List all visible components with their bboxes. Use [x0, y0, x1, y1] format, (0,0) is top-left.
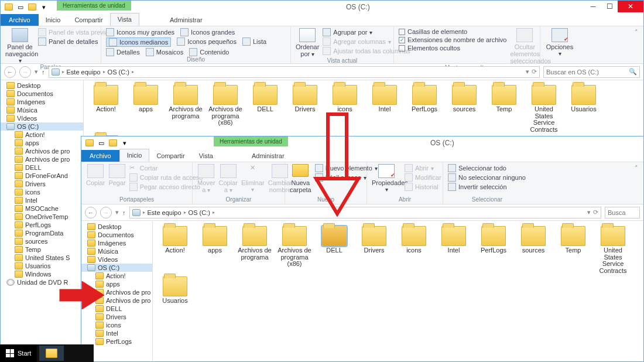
invert-selection-button[interactable]: Invertir selección [448, 183, 526, 191]
tree-node[interactable]: DELL [81, 305, 152, 313]
maximize-button[interactable]: ☐ [601, 1, 618, 12]
file-ext-toggle[interactable]: ✓Extensiones de nombre de archivo [399, 36, 506, 43]
tree-node[interactable]: Drivers [1, 180, 83, 188]
hidden-items-toggle[interactable]: Elementos ocultos [399, 45, 506, 52]
search-box[interactable]: 🔍 [543, 66, 640, 78]
folder-item[interactable]: apps [197, 226, 232, 274]
tree-node[interactable]: OS (C:) [81, 264, 152, 272]
folder-item[interactable]: United States Service Contracts [526, 85, 561, 133]
tree-node[interactable]: OneDriveTemp [1, 213, 83, 221]
up-button[interactable]: ↑ [42, 69, 45, 76]
new-folder-button[interactable]: Nueva carpeta [290, 164, 311, 193]
folder-item[interactable]: Drivers [287, 85, 323, 133]
file-tab[interactable]: Archivo [1, 14, 39, 26]
tree-node[interactable]: Documentos [81, 231, 152, 239]
folder-item[interactable]: DELL [248, 85, 283, 133]
layout-large-icons[interactable]: Iconos grandes [180, 28, 235, 36]
tab-view[interactable]: Vista [110, 13, 139, 26]
tree-node[interactable]: Action! [81, 272, 152, 280]
tree-node[interactable]: Usuarios [1, 262, 83, 270]
select-none-button[interactable]: No seleccionar ninguno [448, 173, 526, 182]
tree-node[interactable]: Unidad de DVD R [1, 278, 83, 286]
tree-node[interactable]: icons [1, 188, 83, 196]
qat-dropdown-icon[interactable]: ▾ [120, 138, 129, 148]
folder-item[interactable]: Temp [556, 226, 591, 274]
move-to-button[interactable]: Mover a ▾ [197, 164, 215, 193]
paste-button[interactable]: Pegar [108, 164, 125, 186]
close-button[interactable]: ✕ [618, 1, 643, 12]
refresh-icon[interactable]: ⟳ [532, 68, 537, 76]
tree-node[interactable]: apps [81, 280, 152, 288]
tree-node[interactable]: Imágenes [1, 98, 83, 106]
tree-node[interactable]: Vídeos [81, 255, 152, 264]
breadcrumb-segment[interactable]: OS (C:) [108, 69, 129, 76]
history-button[interactable]: Historial [405, 183, 441, 191]
folder-item[interactable]: apps [128, 85, 163, 133]
folder-item[interactable]: sources [447, 85, 482, 133]
folder-item[interactable]: Temp [487, 85, 522, 133]
open-button[interactable]: Abrir ▾ [405, 164, 441, 172]
tree-node[interactable]: DELL [1, 163, 83, 172]
tree-node[interactable]: apps [1, 139, 83, 147]
sort-by-button[interactable]: Ordenar por ▾ [296, 28, 319, 57]
folder-item[interactable]: icons [327, 85, 362, 133]
options-button[interactable]: ✔ Opciones ▾ [545, 28, 574, 57]
folder-item[interactable]: Intel [436, 226, 471, 274]
paste-shortcut-button[interactable]: Pegar acceso directo [129, 183, 203, 191]
details-pane-button[interactable]: Panel de detalles [38, 37, 108, 46]
layout-list[interactable]: Lista [242, 37, 266, 46]
back-button[interactable]: ← [85, 207, 97, 218]
forward-button[interactable]: → [100, 207, 112, 218]
item-checkboxes-toggle[interactable]: Casillas de elemento [399, 28, 506, 35]
hide-selected-button[interactable]: Ocultar elementos seleccionados [510, 28, 539, 64]
tree-node[interactable]: Archivos de pro [81, 296, 152, 305]
edit-button[interactable]: Modificar [405, 173, 441, 182]
folder-item[interactable]: Usuarios [157, 276, 193, 305]
layout-xl-icons[interactable]: Iconos muy grandes [106, 28, 174, 36]
copy-button[interactable]: Copiar [86, 164, 105, 186]
tree-node[interactable]: Documentos [1, 90, 83, 98]
layout-tiles[interactable]: Mosaicos [146, 48, 183, 56]
search-input[interactable] [608, 209, 637, 216]
tree-node[interactable]: Música [81, 247, 152, 255]
tree-node[interactable]: icons [81, 321, 152, 329]
tree-node[interactable]: MSOCache [1, 204, 83, 213]
tab-manage[interactable]: Administrar [245, 150, 292, 162]
breadcrumb-segment[interactable]: Este equipo [67, 69, 101, 76]
forward-button[interactable]: → [19, 66, 31, 78]
start-button[interactable]: Start [0, 344, 37, 362]
folder-item[interactable]: Archivos de programa [168, 85, 203, 133]
folder-item[interactable]: DELL [317, 226, 352, 274]
delete-button[interactable]: ✕Eliminar ▾ [241, 164, 265, 193]
tab-home[interactable]: Inicio [119, 149, 150, 162]
address-bar[interactable]: ▸ Este equipo ▸ OS (C:) ▸ ▾⟳ [129, 207, 602, 218]
folder-item[interactable]: Drivers [357, 226, 392, 274]
search-input[interactable] [546, 69, 629, 76]
tab-manage[interactable]: Administrar [163, 14, 210, 26]
folder-item[interactable]: sources [516, 226, 551, 274]
tree-node[interactable]: Archivos de pro [81, 288, 152, 296]
qat-dropdown-icon[interactable]: ▾ [39, 2, 49, 12]
tree-node[interactable]: Música [1, 106, 83, 114]
navigation-pane-button[interactable]: Panel de navegación ▾ [5, 28, 35, 64]
folder-item[interactable]: United States Service Contracts [595, 226, 631, 274]
breadcrumb-segment[interactable]: Este equipo [148, 209, 181, 216]
tab-home[interactable]: Inicio [39, 14, 68, 26]
taskbar-explorer-button[interactable] [39, 346, 64, 361]
file-tab[interactable]: Archivo [81, 150, 119, 162]
folder-content-area[interactable]: Action!appsArchivos de programaArchivos … [153, 221, 643, 361]
folder-item[interactable]: Intel [367, 85, 402, 133]
tree-node[interactable]: United States S [1, 254, 83, 262]
folder-item[interactable]: PerfLogs [407, 85, 442, 133]
select-all-button[interactable]: Seleccionar todo [448, 164, 526, 172]
tree-node[interactable]: Intel [81, 329, 152, 337]
tree-node[interactable]: Drivers [81, 313, 152, 321]
address-dropdown-icon[interactable]: ▾ [587, 209, 591, 216]
folder-item[interactable]: Archivos de programa (x86) [277, 226, 312, 274]
layout-content[interactable]: Contenido [189, 48, 229, 56]
copy-path-button[interactable]: Copiar ruta de acceso [129, 173, 203, 182]
tree-node[interactable]: Action! [1, 131, 83, 139]
folder-item[interactable]: Usuarios [566, 85, 601, 133]
tree-node[interactable]: Archivos de pro [1, 147, 83, 155]
folder-item[interactable]: icons [396, 226, 431, 274]
